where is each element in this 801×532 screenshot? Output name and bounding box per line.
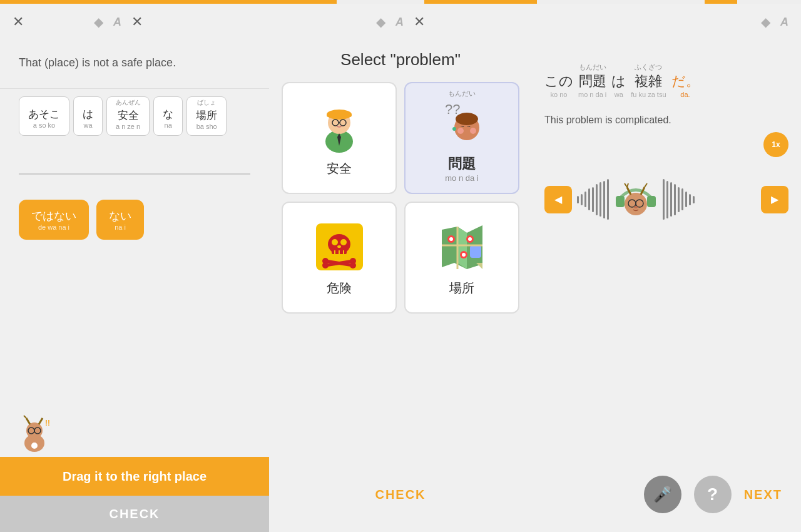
jp-word-kono: この ko no [544,72,573,98]
chip-romaji-3: a n ze n [116,123,140,130]
wave-bar [674,184,676,215]
chip-asoko[interactable]: あそこ a so ko [19,96,69,136]
chip-anzen[interactable]: あんぜん 安全 a n ze n [106,96,150,136]
wave-bar [693,196,695,203]
svg-text:!!: !! [45,419,50,427]
svg-point-25 [452,127,456,131]
audio-prev-btn[interactable]: ◀ [544,186,572,213]
card-mondai[interactable]: ?? ~ ~ [404,82,519,194]
chip-text-2: は [83,107,93,121]
romaji-wa: wa [615,91,623,98]
svg-rect-53 [616,196,625,207]
kanji-kono: この [544,72,573,91]
chip-basho[interactable]: ばしょ 場所 ba sho [186,96,227,136]
wave-bar [603,181,605,218]
audio-player: ◀ [544,170,788,229]
svg-point-51 [462,253,466,257]
speech-btn-dewanai[interactable]: ではない de wa na i [19,200,89,240]
jp-sentence: この ko no もんだい 問題 mo n da i は wa ふくざつ 複雑 … [544,63,788,98]
svg-line-5 [26,418,30,424]
chip-romaji-5: ba sho [196,123,217,130]
card-anzen[interactable]: 安全 [282,82,397,194]
chip-wa[interactable]: は wa [73,96,103,136]
audio-mascot-svg [611,176,661,223]
wave-bar [681,188,683,210]
svg-rect-54 [647,196,656,207]
top-left-controls: ✕ ◆ A ✕ [13,14,271,30]
card-basho[interactable]: 場所 [404,202,519,314]
svg-point-40 [350,262,356,269]
mic-button[interactable]: 🎤 [644,476,681,513]
close-icon-mid[interactable]: ✕ [414,14,425,30]
furigana-fukuzatsu: ふくざつ [635,63,662,72]
drag-hint-content: Drag it to the right place [63,468,207,484]
hint-icon-right[interactable]: ◆ [761,14,770,29]
svg-line-58 [627,183,628,187]
hint-icon-left[interactable]: ◆ [94,14,103,29]
map-svg [436,220,489,274]
sentence-area: That (place) is not a safe place. [0,44,269,82]
chip-furigana-5: ばしょ [197,98,216,107]
translate-icon-mid[interactable]: A [395,16,404,29]
svg-point-24 [470,128,476,134]
romaji-fukuzatsu: fu ku za tsu [631,91,666,98]
romaji-mondai-r: mo n da i [578,91,606,98]
close-icon-left2[interactable]: ✕ [131,14,143,30]
translation-text: This problem is complicated. [544,115,788,126]
svg-point-64 [634,206,638,208]
top-mid-controls: ◆ A ✕ [271,14,529,30]
bottom-bar: Drag it to the right place CHECK CHECK 🎤… [0,457,801,532]
check-label-left: CHECK [109,507,160,521]
top-right-controls: ◆ A [530,14,788,29]
card-romaji-mondai: mo n da i [445,173,478,183]
kanji-fukuzatsu: 複雑 [635,72,662,91]
svg-marker-42 [457,227,467,269]
card-image-anzen [311,99,367,155]
card-kiken[interactable]: 危険 [282,202,397,314]
chip-text-4: な [163,107,173,121]
furigana-mondai-r: もんだい [579,63,606,72]
svg-point-49 [468,237,472,241]
svg-point-28 [332,239,338,245]
help-button[interactable]: ? [694,476,732,513]
svg-marker-52 [476,263,482,269]
speech-btn-nai[interactable]: ない na i [96,200,144,240]
svg-line-6 [24,416,26,418]
card-label-kiken: 危険 [327,280,352,297]
kanji-wa: は [611,72,626,91]
skull-svg [313,220,366,274]
bottom-right: 🎤 ? NEXT [532,457,801,532]
svg-rect-13 [327,113,352,117]
chip-text-1: あそこ [28,107,60,121]
svg-text:??: ?? [445,101,460,117]
wave-bar [596,184,598,215]
speed-badge[interactable]: 1x [763,132,788,157]
svg-point-23 [457,128,464,134]
audio-wave [577,176,756,223]
chip-romaji-2: wa [83,121,92,129]
jp-word-fukuzatsu: ふくざつ 複雑 fu ku za tsu [631,63,666,98]
card-image-mondai: ?? ~ ~ [434,93,490,150]
right-panel: この ko no もんだい 問題 mo n da i は wa ふくざつ 複雑 … [532,44,801,457]
drag-hint-area: Drag it to the right place [0,457,269,496]
chip-romaji-4: na [165,121,172,129]
svg-rect-43 [470,245,481,258]
close-icon-left[interactable]: ✕ [13,14,24,30]
check-btn-left[interactable]: CHECK [0,496,269,532]
translate-icon-right[interactable]: A [780,16,788,29]
check-btn-center[interactable]: CHECK [375,488,426,502]
audio-next-btn[interactable]: ▶ [761,186,788,213]
svg-text:~: ~ [467,123,471,130]
hint-icon-mid[interactable]: ◆ [376,14,385,29]
check-label-center: CHECK [375,488,426,501]
next-button[interactable]: NEXT [744,488,782,502]
translate-icon-left[interactable]: A [113,16,121,29]
mascot-area-left: !! [0,252,269,457]
speed-label: 1x [772,140,780,149]
wave-bar [584,192,586,207]
chip-na[interactable]: な na [153,96,183,136]
top-bar: ✕ ◆ A ✕ ◆ A ✕ ◆ A [0,0,801,44]
svg-point-47 [449,237,453,241]
answer-blank [19,150,250,175]
wave-bar [588,188,590,210]
